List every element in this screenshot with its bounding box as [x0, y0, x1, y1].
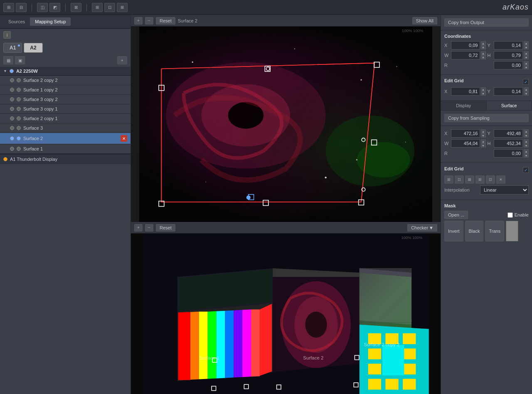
bot-y-input[interactable]: [494, 129, 523, 138]
r-input[interactable]: [494, 61, 523, 69]
layer-item-surface2copy1[interactable]: Surface 2 copy 1: [0, 114, 131, 123]
bot-x-spin-down[interactable]: ▼: [481, 133, 486, 138]
group-name: A2 2250W: [16, 69, 38, 74]
grid-icon-5[interactable]: ⊡: [486, 175, 495, 184]
grid-icon-2[interactable]: ⊡: [455, 175, 464, 184]
w-input[interactable]: [451, 51, 480, 59]
svg-point-14: [405, 142, 406, 143]
bot-h-spin-down[interactable]: ▼: [524, 143, 529, 148]
w-spin-down[interactable]: ▼: [481, 55, 486, 59]
svg-point-27: [247, 196, 251, 199]
grid-icon-3[interactable]: ⊠: [465, 175, 474, 184]
view-btn-2[interactable]: ▣: [15, 56, 25, 64]
bot-y-spin-up[interactable]: ▲: [524, 129, 529, 133]
y-spin-down[interactable]: ▼: [524, 45, 529, 49]
mask-black-btn[interactable]: Black: [465, 221, 484, 241]
checker-btn[interactable]: Checker ▼: [407, 224, 437, 231]
layer-item-surface3copy1[interactable]: Surface 3 copy 1: [0, 104, 131, 114]
mask-enable-checkbox[interactable]: [507, 212, 513, 218]
bot-r-spin-down[interactable]: ▼: [524, 153, 529, 158]
layer-item-surface3copy2[interactable]: Surface 3 copy 2: [0, 95, 131, 104]
toolbar-btn-3[interactable]: ◫: [37, 3, 48, 12]
svg-point-15: [205, 182, 206, 182]
toolbar-btn-1[interactable]: ⊞: [3, 3, 14, 12]
h-input[interactable]: [494, 51, 523, 59]
w-spinners: ▲ ▼: [481, 51, 486, 59]
interpolation-select[interactable]: Linear Nearest Cubic: [480, 185, 529, 195]
toolbar-btn-6[interactable]: ⊞: [92, 3, 103, 12]
w-spin-up[interactable]: ▲: [481, 51, 486, 55]
bot-x-spin-up[interactable]: ▲: [481, 129, 486, 133]
layer-close-btn[interactable]: ✕: [121, 135, 127, 142]
toolbar-btn-2[interactable]: ⊟: [16, 3, 27, 12]
bot-h-spin-up[interactable]: ▲: [524, 139, 529, 143]
r-spinners: ▲ ▼: [524, 61, 529, 69]
bot-r-spin-up[interactable]: ▲: [524, 149, 529, 153]
x-spin-up[interactable]: ▲: [481, 41, 486, 45]
view-btn-add[interactable]: +: [117, 56, 127, 64]
copy-from-output-btn[interactable]: Copy from Output: [444, 18, 529, 27]
layer-dot: [10, 126, 14, 130]
reset-btn-bottom[interactable]: Reset: [156, 224, 175, 231]
mask-title: Mask: [444, 203, 529, 208]
vp-minus-btn-2[interactable]: −: [145, 224, 153, 231]
bot-w-input[interactable]: [451, 139, 480, 148]
x-spin-down[interactable]: ▼: [481, 45, 486, 49]
r-input-group: ▲ ▼: [494, 61, 529, 69]
show-all-btn[interactable]: Show All: [412, 17, 437, 25]
grid-y-input[interactable]: [494, 87, 523, 96]
svg-rect-54: [403, 348, 416, 359]
mask-invert-btn[interactable]: Invert: [444, 221, 463, 241]
source-tab-a2[interactable]: A2: [24, 43, 42, 53]
bot-x-input[interactable]: [451, 129, 480, 138]
tab-display[interactable]: Display: [441, 101, 487, 110]
bot-w-spin-up[interactable]: ▲: [481, 139, 486, 143]
reset-btn-top[interactable]: Reset: [156, 17, 175, 25]
toolbar-btn-4[interactable]: ◩: [49, 3, 60, 12]
grid-y-spin-down[interactable]: ▼: [524, 91, 529, 96]
edit-grid-bottom-checkbox[interactable]: ✓: [523, 167, 529, 173]
grid-icon-1[interactable]: ⊞: [444, 175, 453, 184]
bot-r-input[interactable]: [494, 149, 523, 158]
grid-x-spin-up[interactable]: ▲: [481, 87, 486, 91]
mask-open-btn[interactable]: Open ...: [444, 211, 468, 219]
layer-item-surface1[interactable]: Surface 1: [0, 144, 131, 154]
layer-item-surface2[interactable]: Surface 2 ✕: [0, 133, 131, 144]
y-input[interactable]: [494, 41, 523, 49]
tab-mapping-setup[interactable]: Mapping Setup: [30, 17, 71, 26]
vp-minus-btn[interactable]: −: [145, 17, 153, 25]
view-btn-1[interactable]: ▦: [3, 56, 13, 64]
layer-group-header[interactable]: ▼ A2 2250W: [0, 67, 131, 76]
layer-item-surface2copy2[interactable]: Surface 2 copy 2: [0, 76, 131, 85]
y-spin-up[interactable]: ▲: [524, 41, 529, 45]
x-input[interactable]: [451, 41, 480, 49]
layer-item-surface1copy2[interactable]: Surface 1 copy 2: [0, 85, 131, 95]
mask-trans-btn[interactable]: Trans: [485, 221, 504, 241]
source-tab-a1[interactable]: A1: [3, 43, 22, 53]
toolbar-btn-8[interactable]: ⊞: [117, 3, 128, 12]
tab-sources[interactable]: Sources: [3, 17, 30, 26]
vp-plus-btn[interactable]: +: [134, 17, 143, 25]
toolbar-btn-7[interactable]: ⊡: [104, 3, 115, 12]
bot-h-input[interactable]: [494, 139, 523, 148]
grid-y-spin-up[interactable]: ▲: [524, 87, 529, 91]
toolbar-btn-5[interactable]: ⊠: [71, 3, 81, 12]
copy-from-sampling-btn[interactable]: Copy from Sampling: [444, 114, 529, 122]
grid-icon-clear[interactable]: ✕: [496, 175, 505, 184]
r-spin-down[interactable]: ▼: [524, 65, 529, 69]
grid-icon-4[interactable]: ⊞: [475, 175, 485, 184]
grid-x-input[interactable]: [451, 87, 480, 96]
bot-y-spin-down[interactable]: ▼: [524, 133, 529, 138]
svg-point-8: [192, 62, 193, 63]
device-item[interactable]: A1 Thunderbolt Display: [0, 154, 131, 164]
bot-w-spin-down[interactable]: ▼: [481, 143, 486, 148]
edit-grid-checkbox[interactable]: ✓: [523, 79, 529, 85]
r-spin-up[interactable]: ▲: [524, 61, 529, 65]
h-spin-down[interactable]: ▼: [524, 55, 529, 59]
tab-surface[interactable]: Surface: [487, 101, 532, 110]
h-spin-up[interactable]: ▲: [524, 51, 529, 55]
info-button[interactable]: i: [3, 31, 11, 39]
grid-x-spin-down[interactable]: ▼: [481, 91, 486, 96]
layer-item-surface3[interactable]: Surface 3: [0, 123, 131, 133]
vp-plus-btn-2[interactable]: +: [134, 224, 143, 231]
